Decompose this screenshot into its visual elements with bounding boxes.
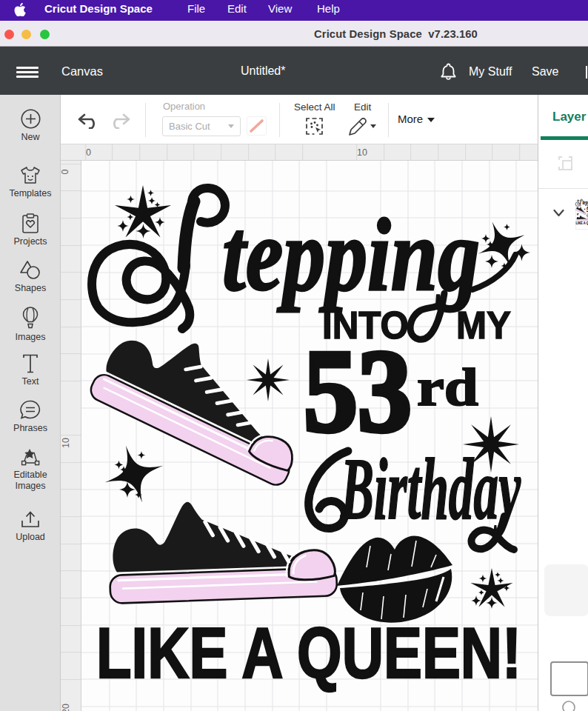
svg-text:LIKE A QUEEN!: LIKE A QUEEN! (96, 612, 521, 693)
svg-text:53: 53 (304, 326, 412, 455)
svg-text:Birthday: Birthday (340, 441, 521, 538)
svg-text:rd: rd (417, 358, 478, 417)
svg-text:MY: MY (456, 304, 511, 347)
